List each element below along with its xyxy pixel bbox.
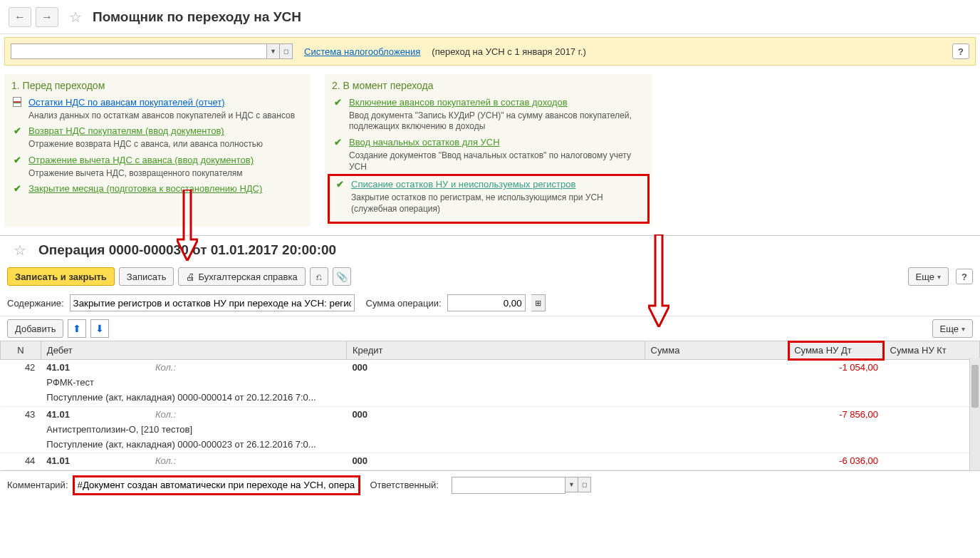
responsible-combo: ▼ ◻ <box>452 477 591 494</box>
check-icon: ✔ <box>334 97 342 108</box>
col-sum-nu-kt[interactable]: Сумма НУ Кт <box>884 341 979 360</box>
calculator-button[interactable]: ⊞ <box>531 294 546 311</box>
cell-debit: 41.01Кол.: <box>41 453 346 469</box>
responsible-open-button[interactable]: ◻ <box>578 477 591 492</box>
org-open-button[interactable]: ◻ <box>280 43 293 59</box>
comment-label: Комментарий: <box>7 480 68 490</box>
sum-input[interactable] <box>447 294 526 311</box>
step-item: ✔Ввод начальных остатков для УСНСоздание… <box>332 137 645 172</box>
highlight-annotation: ✔Списание остатков НУ и неиспользуемых р… <box>328 174 650 224</box>
table-more-button[interactable]: Еще <box>932 319 973 338</box>
col-debit[interactable]: Дебет <box>41 341 346 360</box>
entries-table-wrap: N Дебет Кредит Сумма Сумма НУ Дт Сумма Н… <box>0 341 980 470</box>
step-link[interactable]: Ввод начальных остатков для УСН <box>349 137 645 149</box>
top-nav: ← → ☆ Помощник по переходу на УСН <box>0 0 980 34</box>
cell-sum-nu-kt <box>884 360 979 376</box>
content-label: Содержание: <box>7 298 64 309</box>
table-subrow[interactable]: Антистрептолизин-О, [210 тестов] <box>1 422 980 437</box>
comment-input[interactable] <box>74 477 359 494</box>
step-description: Ввод документа "Запись КУДиР (УСН)" на с… <box>349 110 645 133</box>
favorite-icon[interactable]: ☆ <box>67 9 84 26</box>
check-icon: ✔ <box>14 183 21 194</box>
info-bar: ▼ ◻ Система налогообложения (переход на … <box>4 37 976 66</box>
step-item: ✔Отражение вычета НДС с аванса (ввод док… <box>11 155 303 179</box>
table-subrow[interactable]: Поступление (акт, накладная) 0000-000023… <box>1 437 980 452</box>
org-combo: ▼ ◻ <box>11 43 293 59</box>
col-n[interactable]: N <box>1 341 41 360</box>
report-icon <box>13 97 21 107</box>
sum-label: Сумма операции: <box>366 298 442 309</box>
cell-sum <box>645 453 788 469</box>
table-row[interactable]: 4241.01Кол.:000-1 054,00 <box>1 360 980 376</box>
tax-system-link[interactable]: Система налогообложения <box>304 46 420 57</box>
page-title: Помощник по переходу на УСН <box>93 9 301 25</box>
steps-before-title: 1. Перед переходом <box>11 80 303 91</box>
org-input[interactable] <box>11 43 267 59</box>
step-description: Отражение возврата НДС с аванса, или ава… <box>28 139 303 150</box>
step-description: Отражение вычета НДС, возвращенного поку… <box>28 168 303 180</box>
print-accounting-ref-button[interactable]: Бухгалтерская справка <box>178 267 305 286</box>
printer-icon <box>186 272 195 282</box>
move-up-button[interactable]: ⬆ <box>68 319 86 338</box>
cell-sum-nu-dt: -1 054,00 <box>788 360 884 376</box>
transition-info-text: (переход на УСН с 1 января 2017 г.) <box>432 46 585 57</box>
forward-button[interactable]: → <box>36 7 58 27</box>
add-row-button[interactable]: Добавить <box>7 319 63 338</box>
help-button-2[interactable]: ? <box>956 269 973 284</box>
more-button[interactable]: Еще <box>908 267 949 286</box>
responsible-dropdown-button[interactable]: ▼ <box>565 477 578 492</box>
table-subrow[interactable]: РФМК-тест <box>1 375 980 390</box>
footer-row: Комментарий: Ответственный: ▼ ◻ <box>0 470 980 500</box>
table-subrow[interactable]: Поступление (акт, накладная) 0000-000014… <box>1 390 980 405</box>
attachments-button[interactable] <box>333 267 351 286</box>
cell-debit: 41.01Кол.: <box>41 406 346 422</box>
tree-icon <box>316 272 322 282</box>
cell-sum-nu-dt: -6 036,00 <box>788 453 884 469</box>
col-credit[interactable]: Кредит <box>346 341 645 360</box>
step-link[interactable]: Отражение вычета НДС с аванса (ввод доку… <box>28 155 303 167</box>
cell-credit: 000 <box>346 453 645 469</box>
step-item: Остатки НДС по авансам покупателей (отче… <box>11 97 303 121</box>
step-item: ✔Списание остатков НУ и неиспользуемых р… <box>334 179 643 215</box>
cell-sub1: РФМК-тест <box>41 375 346 390</box>
check-icon: ✔ <box>14 125 21 136</box>
responsible-label: Ответственный: <box>370 480 439 490</box>
move-down-button[interactable]: ⬇ <box>90 319 109 338</box>
check-icon: ✔ <box>14 155 21 165</box>
steps-container: 1. Перед переходом Остатки НДС по аванса… <box>0 68 980 235</box>
check-icon: ✔ <box>336 179 344 190</box>
operation-favorite-icon[interactable]: ☆ <box>11 242 28 259</box>
step-description: Закрытие остатков по регистрам, не испол… <box>351 192 643 215</box>
content-input[interactable] <box>70 294 355 311</box>
step-link[interactable]: Возврат НДС покупателям (ввод документов… <box>28 125 303 138</box>
operation-toolbar: Записать и закрыть Записать Бухгалтерска… <box>0 263 980 290</box>
paperclip-icon <box>336 272 348 282</box>
steps-during-title: 2. В момент перехода <box>332 80 645 91</box>
vertical-scrollbar[interactable] <box>969 358 980 470</box>
table-row[interactable]: 4341.01Кол.:000-7 856,00 <box>1 406 980 422</box>
cell-sub2: Поступление (акт, накладная) 0000-000023… <box>41 437 346 452</box>
responsible-input[interactable] <box>452 477 565 494</box>
scroll-thumb[interactable] <box>971 365 979 408</box>
cell-credit: 000 <box>346 406 645 422</box>
cell-credit: 000 <box>346 360 645 376</box>
save-button[interactable]: Записать <box>119 267 174 286</box>
step-link[interactable]: Остатки НДС по авансам покупателей (отче… <box>28 97 303 109</box>
structure-button[interactable] <box>310 267 328 286</box>
step-link[interactable]: Включение авансов покупателей в состав д… <box>349 97 645 109</box>
org-dropdown-button[interactable]: ▼ <box>267 43 280 59</box>
steps-before: 1. Перед переходом Остатки НДС по аванса… <box>4 74 311 227</box>
operation-title: Операция 0000-000030 от 01.01.2017 20:00… <box>38 242 336 258</box>
back-button[interactable]: ← <box>9 7 31 27</box>
save-and-close-button[interactable]: Записать и закрыть <box>7 267 115 286</box>
step-link[interactable]: Закрытие месяца (подготовка к восстановл… <box>28 183 303 195</box>
table-toolbar: Добавить ⬆ ⬇ Еще <box>0 316 980 341</box>
step-link[interactable]: Списание остатков НУ и неиспользуемых ре… <box>351 179 643 191</box>
print-label: Бухгалтерская справка <box>198 272 297 282</box>
col-sum[interactable]: Сумма <box>645 341 788 360</box>
table-row[interactable]: 4441.01Кол.:000-6 036,00 <box>1 453 980 469</box>
cell-sum <box>645 360 788 376</box>
help-button[interactable]: ? <box>952 43 969 59</box>
cell-n: 42 <box>1 360 41 376</box>
col-sum-nu-dt[interactable]: Сумма НУ Дт <box>788 341 884 360</box>
